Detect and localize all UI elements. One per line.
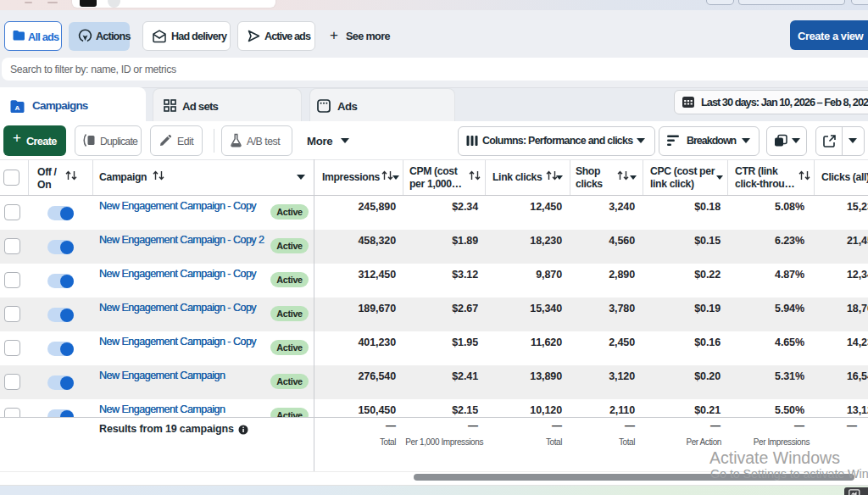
svg-text:A: A bbox=[15, 104, 20, 112]
